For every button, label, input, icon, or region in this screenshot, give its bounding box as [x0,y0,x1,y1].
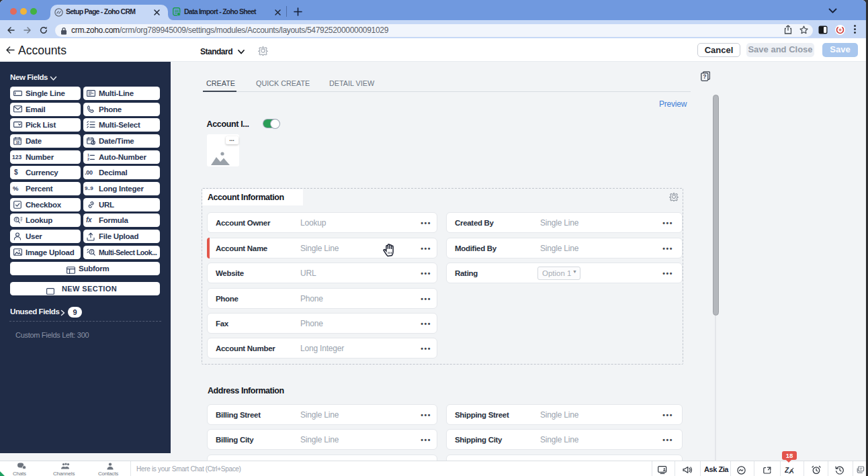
svg-text:?: ? [703,73,706,80]
svg-text:2: 2 [87,157,89,161]
svg-text:Z: Z [785,467,789,474]
svg-text:18: 18 [15,140,19,144]
svg-text:A: A [789,468,794,475]
